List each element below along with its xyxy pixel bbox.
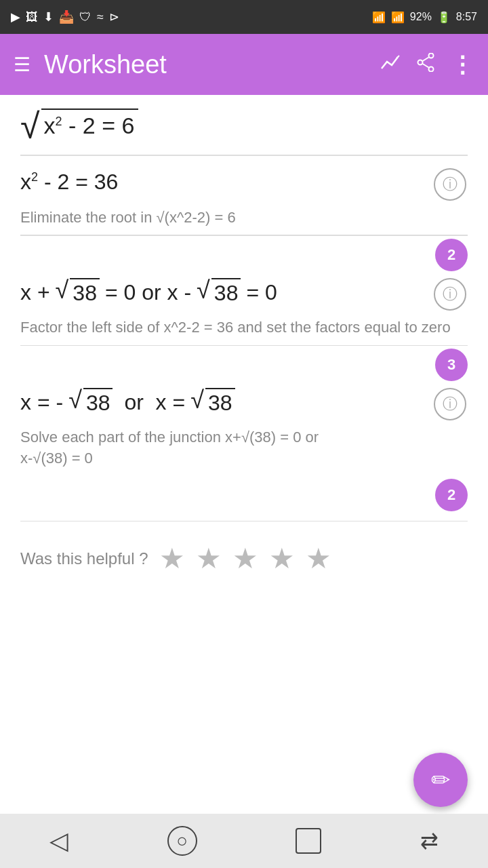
home-icon: ○ <box>167 826 197 856</box>
step-1-explanation: Eliminate the root in √(x^2-2) = 6 <box>0 205 488 235</box>
star-3[interactable]: ★ <box>232 542 258 575</box>
status-right-icons: 📶 📶 92% 🔋 8:57 <box>372 11 477 24</box>
app-bar: ☰ Worksheet ⋮ <box>0 34 488 95</box>
svg-point-1 <box>429 53 434 58</box>
recent-button[interactable] <box>282 821 335 861</box>
step-3-badge[interactable]: 3 <box>435 349 468 381</box>
wifi-signal-icon: ≈ <box>97 10 104 24</box>
fab-edit-button[interactable]: ✏ <box>413 753 468 807</box>
svg-line-5 <box>423 64 429 68</box>
svg-point-2 <box>429 66 434 71</box>
svg-line-0 <box>396 56 399 58</box>
step-3-sub-badge[interactable]: 2 <box>435 479 468 511</box>
signal-icon: 📶 <box>391 11 405 24</box>
action-icons: ⋮ <box>380 51 474 78</box>
step-1-math: x2 - 2 = 36 <box>20 168 426 197</box>
step-3-hint: ⓘ <box>432 388 468 420</box>
back-button[interactable]: ◁ <box>36 820 82 862</box>
step-1-info-button[interactable]: ⓘ <box>434 168 466 201</box>
chart-button[interactable] <box>380 54 401 76</box>
star-4[interactable]: ★ <box>269 542 295 575</box>
bottom-nav: ◁ ○ ⇄ <box>0 814 488 868</box>
rating-row: Was this helpful ? ★ ★ ★ ★ ★ <box>0 521 488 589</box>
switch-icon: ⇄ <box>420 828 439 854</box>
rating-label: Was this helpful ? <box>20 549 148 568</box>
content-area: √ x2 - 2 = 6 x2 - 2 = 36 ⓘ Eliminate the… <box>0 95 488 602</box>
step-1-row: x2 - 2 = 36 ⓘ <box>0 156 488 205</box>
nav-icon: ⊳ <box>109 9 119 24</box>
switch-button[interactable]: ⇄ <box>407 821 452 861</box>
inbox-icon: 📥 <box>59 9 74 24</box>
image-icon: 🖼 <box>26 10 38 24</box>
menu-button[interactable]: ☰ <box>14 54 30 76</box>
app-title: Worksheet <box>44 50 367 79</box>
battery-icon: 🔋 <box>437 11 451 24</box>
battery-percent: 92% <box>410 11 432 23</box>
step-2-info-button[interactable]: ⓘ <box>434 278 466 311</box>
status-bar: ▶ 🖼 ⬇ 📥 🛡 ≈ ⊳ 📶 📶 92% 🔋 8:57 <box>0 0 488 34</box>
step-2-math: x + √ 38 = 0 or x - √ 38 = 0 <box>20 278 426 308</box>
step-3-explanation: Solve each part of the junction x+√(38) … <box>0 425 488 476</box>
download-icon: ⬇ <box>43 9 54 24</box>
shield-icon: 🛡 <box>79 10 92 24</box>
recent-icon <box>296 828 321 854</box>
edit-icon: ✏ <box>431 766 450 793</box>
star-2[interactable]: ★ <box>196 542 222 575</box>
play-icon: ▶ <box>11 9 20 24</box>
star-5[interactable]: ★ <box>306 542 331 575</box>
time-display: 8:57 <box>456 11 477 23</box>
back-icon: ◁ <box>49 827 68 855</box>
step-2-explanation: Factor the left side of x^2-2 = 36 and s… <box>0 315 488 345</box>
home-button[interactable]: ○ <box>154 819 211 863</box>
step-3-info-button[interactable]: ⓘ <box>434 388 466 420</box>
step-2-row: x + √ 38 = 0 or x - √ 38 = 0 ⓘ <box>0 271 488 315</box>
step-2-hint: ⓘ <box>432 278 468 311</box>
step-2-badge[interactable]: 2 <box>435 239 468 271</box>
svg-point-3 <box>418 60 423 64</box>
star-1[interactable]: ★ <box>159 542 185 575</box>
step-3-row: x = - √ 38 or x = √ 38 ⓘ <box>0 381 488 425</box>
step-3-math: x = - √ 38 or x = √ 38 <box>20 388 426 418</box>
top-equation: √ x2 - 2 = 6 <box>0 95 488 155</box>
share-button[interactable] <box>417 53 434 77</box>
wifi-icon: 📶 <box>372 11 386 24</box>
more-button[interactable]: ⋮ <box>451 51 474 78</box>
step-1-hint: ⓘ <box>432 168 468 201</box>
status-left-icons: ▶ 🖼 ⬇ 📥 🛡 ≈ ⊳ <box>11 9 119 24</box>
svg-line-4 <box>423 57 429 61</box>
